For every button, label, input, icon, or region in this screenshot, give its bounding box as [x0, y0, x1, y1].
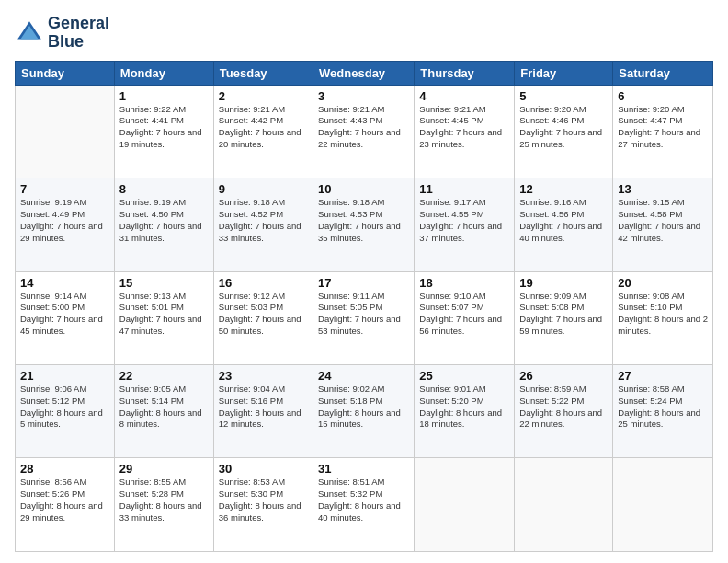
day-number: 4: [419, 89, 509, 103]
day-cell: 9Sunrise: 9:18 AMSunset: 4:52 PMDaylight…: [213, 178, 313, 271]
day-info: Sunrise: 8:59 AMSunset: 5:22 PMDaylight:…: [519, 384, 608, 431]
day-number: 1: [119, 89, 209, 103]
day-info: Sunrise: 9:09 AMSunset: 5:08 PMDaylight:…: [519, 291, 608, 338]
day-cell: 8Sunrise: 9:19 AMSunset: 4:50 PMDaylight…: [114, 178, 213, 271]
day-number: 6: [618, 89, 708, 103]
day-number: 11: [419, 182, 509, 196]
day-number: 3: [318, 89, 409, 103]
day-info: Sunrise: 9:18 AMSunset: 4:52 PMDaylight:…: [219, 197, 308, 244]
day-info: Sunrise: 8:58 AMSunset: 5:24 PMDaylight:…: [618, 384, 708, 431]
day-cell: 11Sunrise: 9:17 AMSunset: 4:55 PMDayligh…: [415, 178, 515, 271]
day-info: Sunrise: 9:10 AMSunset: 5:07 PMDaylight:…: [419, 291, 509, 338]
day-number: 25: [419, 369, 509, 383]
day-number: 9: [219, 182, 308, 196]
week-row-2: 7Sunrise: 9:19 AMSunset: 4:49 PMDaylight…: [16, 178, 713, 271]
day-number: 13: [618, 182, 708, 196]
day-cell: 13Sunrise: 9:15 AMSunset: 4:58 PMDayligh…: [613, 178, 713, 271]
day-number: 12: [519, 182, 608, 196]
day-cell: 30Sunrise: 8:53 AMSunset: 5:30 PMDayligh…: [213, 458, 313, 552]
page: General Blue SundayMondayTuesdayWednesda…: [0, 0, 728, 563]
day-cell: 25Sunrise: 9:01 AMSunset: 5:20 PMDayligh…: [415, 365, 515, 458]
logo: General Blue: [15, 15, 109, 52]
week-row-1: 1Sunrise: 9:22 AMSunset: 4:41 PMDaylight…: [16, 85, 713, 178]
logo-icon: [15, 18, 44, 48]
day-cell: [515, 458, 613, 552]
day-number: 5: [519, 89, 608, 103]
day-number: 16: [219, 276, 308, 290]
week-row-3: 14Sunrise: 9:14 AMSunset: 5:00 PMDayligh…: [16, 271, 713, 364]
day-number: 26: [519, 369, 608, 383]
day-number: 31: [318, 462, 409, 476]
day-cell: 31Sunrise: 8:51 AMSunset: 5:32 PMDayligh…: [313, 458, 415, 552]
day-number: 2: [219, 89, 308, 103]
day-number: 23: [219, 369, 308, 383]
header-row: SundayMondayTuesdayWednesdayThursdayFrid…: [16, 61, 713, 85]
day-info: Sunrise: 9:02 AMSunset: 5:18 PMDaylight:…: [318, 384, 409, 431]
day-info: Sunrise: 9:16 AMSunset: 4:56 PMDaylight:…: [519, 197, 608, 244]
day-cell: 22Sunrise: 9:05 AMSunset: 5:14 PMDayligh…: [114, 365, 213, 458]
day-info: Sunrise: 9:13 AMSunset: 5:01 PMDaylight:…: [119, 291, 209, 338]
column-header-saturday: Saturday: [613, 61, 713, 85]
day-info: Sunrise: 8:55 AMSunset: 5:28 PMDaylight:…: [119, 477, 209, 523]
day-cell: 18Sunrise: 9:10 AMSunset: 5:07 PMDayligh…: [415, 271, 515, 364]
day-number: 10: [318, 182, 409, 196]
day-number: 7: [20, 182, 109, 196]
day-cell: 10Sunrise: 9:18 AMSunset: 4:53 PMDayligh…: [313, 178, 415, 271]
day-number: 29: [119, 462, 209, 476]
day-info: Sunrise: 9:21 AMSunset: 4:42 PMDaylight:…: [219, 104, 308, 151]
day-number: 27: [618, 369, 708, 383]
day-info: Sunrise: 9:17 AMSunset: 4:55 PMDaylight:…: [419, 197, 509, 244]
day-cell: 29Sunrise: 8:55 AMSunset: 5:28 PMDayligh…: [114, 458, 213, 552]
day-info: Sunrise: 9:01 AMSunset: 5:20 PMDaylight:…: [419, 384, 509, 431]
day-cell: 2Sunrise: 9:21 AMSunset: 4:42 PMDaylight…: [213, 85, 313, 178]
day-cell: 7Sunrise: 9:19 AMSunset: 4:49 PMDaylight…: [16, 178, 115, 271]
day-info: Sunrise: 9:22 AMSunset: 4:41 PMDaylight:…: [119, 104, 209, 151]
day-number: 18: [419, 276, 509, 290]
column-header-wednesday: Wednesday: [313, 61, 415, 85]
day-cell: 20Sunrise: 9:08 AMSunset: 5:10 PMDayligh…: [613, 271, 713, 364]
week-row-5: 28Sunrise: 8:56 AMSunset: 5:26 PMDayligh…: [16, 458, 713, 552]
day-info: Sunrise: 9:14 AMSunset: 5:00 PMDaylight:…: [20, 291, 109, 338]
day-info: Sunrise: 9:21 AMSunset: 4:45 PMDaylight:…: [419, 104, 509, 151]
day-cell: 1Sunrise: 9:22 AMSunset: 4:41 PMDaylight…: [114, 85, 213, 178]
day-info: Sunrise: 9:20 AMSunset: 4:46 PMDaylight:…: [519, 104, 608, 151]
day-info: Sunrise: 9:05 AMSunset: 5:14 PMDaylight:…: [119, 384, 209, 431]
day-cell: 3Sunrise: 9:21 AMSunset: 4:43 PMDaylight…: [313, 85, 415, 178]
calendar-table: SundayMondayTuesdayWednesdayThursdayFrid…: [15, 61, 713, 552]
day-info: Sunrise: 9:11 AMSunset: 5:05 PMDaylight:…: [318, 291, 409, 338]
day-info: Sunrise: 9:20 AMSunset: 4:47 PMDaylight:…: [618, 104, 708, 151]
day-number: 15: [119, 276, 209, 290]
day-number: 19: [519, 276, 608, 290]
column-header-tuesday: Tuesday: [213, 61, 313, 85]
column-header-sunday: Sunday: [16, 61, 115, 85]
day-cell: 21Sunrise: 9:06 AMSunset: 5:12 PMDayligh…: [16, 365, 115, 458]
day-cell: 19Sunrise: 9:09 AMSunset: 5:08 PMDayligh…: [515, 271, 613, 364]
day-number: 22: [119, 369, 209, 383]
day-info: Sunrise: 9:08 AMSunset: 5:10 PMDaylight:…: [618, 291, 708, 338]
day-number: 8: [119, 182, 209, 196]
day-cell: 16Sunrise: 9:12 AMSunset: 5:03 PMDayligh…: [213, 271, 313, 364]
column-header-friday: Friday: [515, 61, 613, 85]
day-cell: 17Sunrise: 9:11 AMSunset: 5:05 PMDayligh…: [313, 271, 415, 364]
day-info: Sunrise: 9:19 AMSunset: 4:49 PMDaylight:…: [20, 197, 109, 244]
day-info: Sunrise: 8:51 AMSunset: 5:32 PMDaylight:…: [318, 477, 409, 523]
day-number: 30: [219, 462, 308, 476]
day-number: 20: [618, 276, 708, 290]
day-info: Sunrise: 9:18 AMSunset: 4:53 PMDaylight:…: [318, 197, 409, 244]
day-cell: 15Sunrise: 9:13 AMSunset: 5:01 PMDayligh…: [114, 271, 213, 364]
day-info: Sunrise: 9:06 AMSunset: 5:12 PMDaylight:…: [20, 384, 109, 431]
day-number: 17: [318, 276, 409, 290]
day-cell: 24Sunrise: 9:02 AMSunset: 5:18 PMDayligh…: [313, 365, 415, 458]
day-cell: [16, 85, 115, 178]
day-number: 28: [20, 462, 109, 476]
day-number: 24: [318, 369, 409, 383]
day-cell: 4Sunrise: 9:21 AMSunset: 4:45 PMDaylight…: [415, 85, 515, 178]
day-cell: 14Sunrise: 9:14 AMSunset: 5:00 PMDayligh…: [16, 271, 115, 364]
header: General Blue: [15, 15, 713, 52]
day-cell: 27Sunrise: 8:58 AMSunset: 5:24 PMDayligh…: [613, 365, 713, 458]
column-header-monday: Monday: [114, 61, 213, 85]
day-info: Sunrise: 9:15 AMSunset: 4:58 PMDaylight:…: [618, 197, 708, 244]
day-cell: 6Sunrise: 9:20 AMSunset: 4:47 PMDaylight…: [613, 85, 713, 178]
day-cell: 28Sunrise: 8:56 AMSunset: 5:26 PMDayligh…: [16, 458, 115, 552]
day-cell: 5Sunrise: 9:20 AMSunset: 4:46 PMDaylight…: [515, 85, 613, 178]
